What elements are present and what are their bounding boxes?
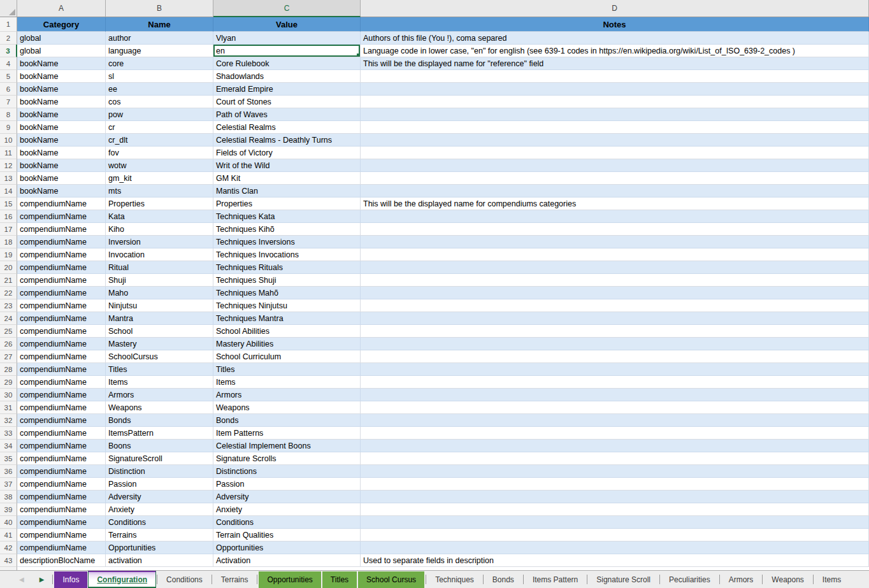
cell-A23[interactable]: compendiumName: [17, 299, 106, 312]
cell-D33[interactable]: [361, 427, 869, 440]
cell-A27[interactable]: compendiumName: [17, 350, 106, 363]
cell-B7[interactable]: cos: [106, 96, 213, 108]
cell-D22[interactable]: [361, 287, 869, 299]
row-header-9[interactable]: 9: [0, 121, 17, 134]
cell-A39[interactable]: compendiumName: [17, 503, 106, 516]
cell-D41[interactable]: [361, 529, 869, 541]
cell-C16[interactable]: Techniques Kata: [213, 210, 361, 223]
cell-A13[interactable]: bookName: [17, 172, 106, 185]
sheet-tab-opportunities[interactable]: Opportunities: [259, 571, 320, 588]
column-header-d[interactable]: D: [361, 0, 869, 17]
cell-A31[interactable]: compendiumName: [17, 401, 106, 414]
cell-C28[interactable]: Titles: [213, 363, 361, 376]
cell-B5[interactable]: sl: [106, 70, 213, 83]
row-header-14[interactable]: 14: [0, 185, 17, 197]
fill-handle[interactable]: [357, 54, 360, 57]
row-header-19[interactable]: 19: [0, 248, 17, 261]
cell-A42[interactable]: compendiumName: [17, 541, 106, 554]
row-header-34[interactable]: 34: [0, 440, 17, 452]
cell-A37[interactable]: compendiumName: [17, 478, 106, 491]
row-header-35[interactable]: 35: [0, 452, 17, 465]
column-header-c[interactable]: C: [213, 0, 361, 17]
cell-C25[interactable]: School Abilities: [213, 325, 361, 338]
cell-C14[interactable]: Mantis Clan: [213, 185, 361, 197]
cell-C21[interactable]: Techniques Shuji: [213, 274, 361, 287]
cell-A2[interactable]: global: [17, 32, 106, 45]
cell-D27[interactable]: [361, 350, 869, 363]
sheet-tab-weapons[interactable]: Weapons: [763, 571, 812, 588]
cell-D24[interactable]: [361, 312, 869, 325]
cell-A29[interactable]: compendiumName: [17, 376, 106, 389]
cell-D39[interactable]: [361, 503, 869, 516]
cell-A18[interactable]: compendiumName: [17, 236, 106, 248]
cell-D43[interactable]: Used to separate fields in description: [361, 554, 869, 567]
cell-C37[interactable]: Passion: [213, 478, 361, 491]
row-header-7[interactable]: 7: [0, 96, 17, 108]
cell-D9[interactable]: [361, 121, 869, 134]
cell-B4[interactable]: core: [106, 57, 213, 70]
sheet-tab-conditions[interactable]: Conditions: [158, 571, 211, 588]
cell-D40[interactable]: [361, 516, 869, 529]
cell-D2[interactable]: Authors of this file (You !), coma separ…: [361, 32, 869, 45]
tab-scroll-left-icon[interactable]: ◀: [19, 577, 24, 583]
cell-A43[interactable]: descriptionBlocName: [17, 554, 106, 567]
cell-C33[interactable]: Item Patterns: [213, 427, 361, 440]
sheet-tab-signature-scroll[interactable]: Signature Scroll: [588, 571, 659, 588]
cell-D13[interactable]: [361, 172, 869, 185]
cell-D37[interactable]: [361, 478, 869, 491]
row-header-33[interactable]: 33: [0, 427, 17, 440]
cell-A26[interactable]: compendiumName: [17, 338, 106, 350]
row-header-41[interactable]: 41: [0, 529, 17, 541]
cell-A12[interactable]: bookName: [17, 159, 106, 172]
cell-C30[interactable]: Armors: [213, 389, 361, 401]
cell-C2[interactable]: Vlyan: [213, 32, 361, 45]
cell-C35[interactable]: Signature Scrolls: [213, 452, 361, 465]
row-header-12[interactable]: 12: [0, 159, 17, 172]
cell-B30[interactable]: Armors: [106, 389, 213, 401]
cell-B31[interactable]: Weapons: [106, 401, 213, 414]
row-header-8[interactable]: 8: [0, 108, 17, 121]
cell-B16[interactable]: Kata: [106, 210, 213, 223]
cell-D20[interactable]: [361, 261, 869, 274]
cell-C3[interactable]: en: [213, 45, 361, 57]
cell-A34[interactable]: compendiumName: [17, 440, 106, 452]
cell-C11[interactable]: Fields of Victory: [213, 147, 361, 159]
cell-A16[interactable]: compendiumName: [17, 210, 106, 223]
cell-B35[interactable]: SignatureScroll: [106, 452, 213, 465]
cell-A36[interactable]: compendiumName: [17, 465, 106, 478]
cell-D16[interactable]: [361, 210, 869, 223]
cell-C18[interactable]: Techniques Inversions: [213, 236, 361, 248]
sheet-tab-school-cursus[interactable]: School Cursus: [358, 571, 424, 588]
cell-D29[interactable]: [361, 376, 869, 389]
cell-B8[interactable]: pow: [106, 108, 213, 121]
row-header-24[interactable]: 24: [0, 312, 17, 325]
cell-B33[interactable]: ItemsPattern: [106, 427, 213, 440]
cell-A7[interactable]: bookName: [17, 96, 106, 108]
cell-B43[interactable]: activation: [106, 554, 213, 567]
sheet-tab-configuration[interactable]: Configuration: [88, 571, 156, 588]
cell-C17[interactable]: Techniques Kihõ: [213, 223, 361, 236]
cell-A33[interactable]: compendiumName: [17, 427, 106, 440]
cell-C19[interactable]: Techniques Invocations: [213, 248, 361, 261]
row-header-38[interactable]: 38: [0, 491, 17, 503]
row-header-42[interactable]: 42: [0, 541, 17, 554]
cell-C43[interactable]: Activation: [213, 554, 361, 567]
sheet-tab-armors[interactable]: Armors: [721, 571, 762, 588]
cell-C32[interactable]: Bonds: [213, 414, 361, 427]
cell-A40[interactable]: compendiumName: [17, 516, 106, 529]
cell-D15[interactable]: This will be the displayed name for comp…: [361, 197, 869, 210]
row-header-26[interactable]: 26: [0, 338, 17, 350]
cell-A6[interactable]: bookName: [17, 83, 106, 96]
cell-A25[interactable]: compendiumName: [17, 325, 106, 338]
row-header-29[interactable]: 29: [0, 376, 17, 389]
cell-D32[interactable]: [361, 414, 869, 427]
row-header-5[interactable]: 5: [0, 70, 17, 83]
cell-A24[interactable]: compendiumName: [17, 312, 106, 325]
cell-C10[interactable]: Celestial Realms - Deathly Turns: [213, 134, 361, 147]
row-header-21[interactable]: 21: [0, 274, 17, 287]
row-header-31[interactable]: 31: [0, 401, 17, 414]
cell-D18[interactable]: [361, 236, 869, 248]
row-header-28[interactable]: 28: [0, 363, 17, 376]
cell-C38[interactable]: Adversity: [213, 491, 361, 503]
row-header-27[interactable]: 27: [0, 350, 17, 363]
